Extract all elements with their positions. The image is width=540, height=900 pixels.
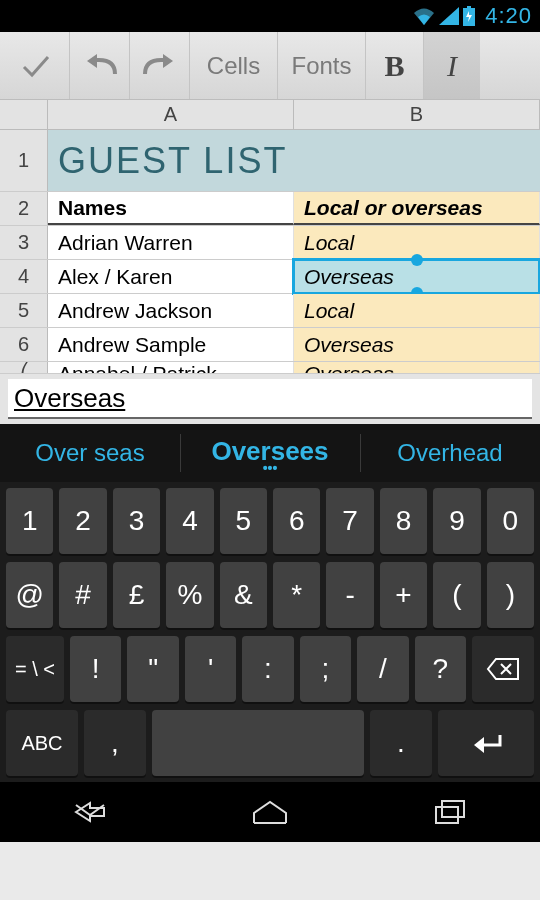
cell-value: Overseas — [304, 265, 394, 289]
svg-rect-3 — [436, 807, 458, 823]
spreadsheet[interactable]: A B 1 GUEST LIST 2 Names Local or overse… — [0, 100, 540, 374]
row-header[interactable]: 3 — [0, 226, 48, 259]
soft-keyboard: 1 2 3 4 5 6 7 8 9 0 @ # £ % & * - + ( ) … — [0, 482, 540, 782]
key-pound[interactable]: £ — [113, 562, 160, 628]
key-row-1: 1 2 3 4 5 6 7 8 9 0 — [6, 488, 534, 554]
italic-button[interactable]: I — [424, 32, 480, 99]
enter-icon — [466, 731, 506, 755]
key-4[interactable]: 4 — [166, 488, 213, 554]
title-cell[interactable]: GUEST LIST — [48, 130, 540, 191]
cell[interactable]: Annabel / Patrick — [48, 362, 294, 373]
nav-back-button[interactable] — [45, 792, 135, 832]
key-row-4: ABC , . — [6, 710, 534, 776]
key-row-2: @ # £ % & * - + ( ) — [6, 562, 534, 628]
key-comma[interactable]: , — [84, 710, 146, 776]
cell[interactable]: Andrew Jackson — [48, 294, 294, 327]
more-dots-icon: ••• — [263, 465, 278, 471]
row-header[interactable]: 2 — [0, 192, 48, 225]
svg-rect-1 — [467, 6, 471, 8]
cell[interactable]: Adrian Warren — [48, 226, 294, 259]
cell[interactable]: Local — [294, 226, 540, 259]
backspace-icon — [486, 657, 520, 681]
key-more-symbols[interactable]: = \ < — [6, 636, 64, 702]
key-7[interactable]: 7 — [326, 488, 373, 554]
key-row-3: = \ < ! " ' : ; / ? — [6, 636, 534, 702]
status-bar: 4:20 — [0, 0, 540, 32]
battery-icon — [463, 6, 475, 26]
clock-text: 4:20 — [485, 3, 532, 29]
recents-icon — [433, 799, 467, 825]
key-at[interactable]: @ — [6, 562, 53, 628]
suggestion-left[interactable]: Over seas — [0, 424, 180, 482]
key-space[interactable] — [152, 710, 364, 776]
sheet-corner[interactable] — [0, 100, 48, 129]
redo-button[interactable] — [130, 32, 190, 99]
row-header[interactable]: 5 — [0, 294, 48, 327]
home-icon — [250, 799, 290, 825]
key-6[interactable]: 6 — [273, 488, 320, 554]
suggestion-right[interactable]: Overhead — [360, 424, 540, 482]
key-semicolon[interactable]: ; — [300, 636, 351, 702]
nav-recents-button[interactable] — [405, 792, 495, 832]
nav-home-button[interactable] — [225, 792, 315, 832]
key-percent[interactable]: % — [166, 562, 213, 628]
signal-icon — [439, 7, 459, 25]
cell[interactable]: Local or overseas — [294, 192, 540, 225]
formula-bar — [0, 374, 540, 424]
key-bang[interactable]: ! — [70, 636, 121, 702]
row-header[interactable]: 1 — [0, 130, 48, 191]
bold-button[interactable]: B — [366, 32, 424, 99]
key-3[interactable]: 3 — [113, 488, 160, 554]
key-0[interactable]: 0 — [487, 488, 534, 554]
key-question[interactable]: ? — [415, 636, 466, 702]
key-hash[interactable]: # — [59, 562, 106, 628]
key-period[interactable]: . — [370, 710, 432, 776]
undo-button[interactable] — [70, 32, 130, 99]
key-minus[interactable]: - — [326, 562, 373, 628]
cell[interactable]: Local — [294, 294, 540, 327]
key-8[interactable]: 8 — [380, 488, 427, 554]
cell[interactable]: Overseas — [294, 362, 540, 373]
row-header[interactable]: 6 — [0, 328, 48, 361]
key-backspace[interactable] — [472, 636, 534, 702]
cell-edit-input[interactable] — [8, 379, 532, 419]
cells-button[interactable]: Cells — [190, 32, 278, 99]
svg-rect-4 — [442, 801, 464, 817]
key-plus[interactable]: + — [380, 562, 427, 628]
key-enter[interactable] — [438, 710, 534, 776]
key-lparen[interactable]: ( — [433, 562, 480, 628]
key-slash[interactable]: / — [357, 636, 408, 702]
col-header-b[interactable]: B — [294, 100, 540, 129]
editor-toolbar: Cells Fonts B I — [0, 32, 540, 100]
key-5[interactable]: 5 — [220, 488, 267, 554]
key-amp[interactable]: & — [220, 562, 267, 628]
key-1[interactable]: 1 — [6, 488, 53, 554]
col-header-a[interactable]: A — [48, 100, 294, 129]
key-colon[interactable]: : — [242, 636, 293, 702]
cell[interactable]: Overseas — [294, 328, 540, 361]
key-9[interactable]: 9 — [433, 488, 480, 554]
wifi-icon — [413, 7, 435, 25]
system-nav-bar — [0, 782, 540, 842]
cell[interactable]: Names — [48, 192, 294, 225]
key-squote[interactable]: ' — [185, 636, 236, 702]
key-abc[interactable]: ABC — [6, 710, 78, 776]
back-icon — [72, 801, 108, 823]
cell[interactable]: Alex / Karen — [48, 260, 294, 293]
keyboard-suggestions: Over seas Oversees ••• Overhead — [0, 424, 540, 482]
row-header[interactable]: 4 — [0, 260, 48, 293]
key-dquote[interactable]: " — [127, 636, 178, 702]
selected-cell[interactable]: Overseas — [294, 260, 540, 293]
key-star[interactable]: * — [273, 562, 320, 628]
suggestion-center[interactable]: Oversees ••• — [180, 424, 360, 482]
key-rparen[interactable]: ) — [487, 562, 534, 628]
cell[interactable]: Andrew Sample — [48, 328, 294, 361]
confirm-button[interactable] — [0, 32, 70, 99]
row-header[interactable]: 7 — [0, 362, 48, 373]
fonts-button[interactable]: Fonts — [278, 32, 366, 99]
key-2[interactable]: 2 — [59, 488, 106, 554]
